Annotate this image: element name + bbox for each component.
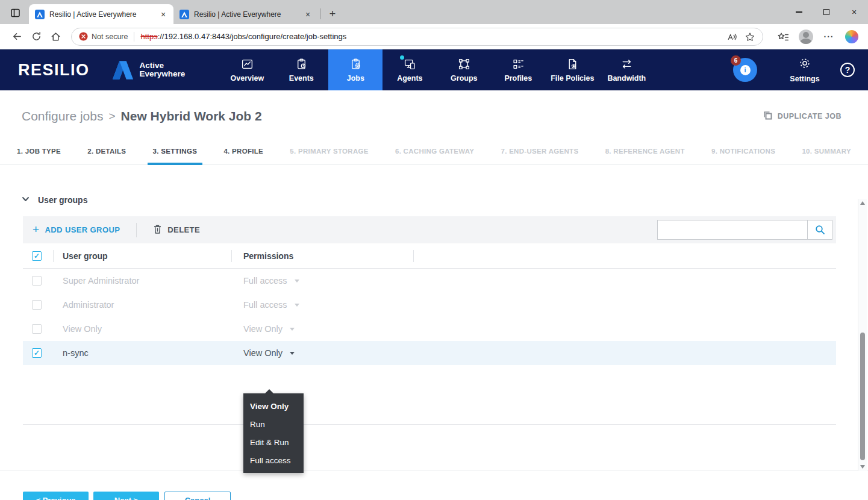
step-6-caching-gateway: 6. CACHING GATEWAY	[395, 148, 474, 164]
table-row-administrator[interactable]: AdministratorFull access	[23, 293, 836, 317]
nav-item-file-policies[interactable]: File Policies	[545, 49, 599, 90]
home-icon[interactable]	[46, 27, 65, 46]
search-button[interactable]	[807, 220, 832, 240]
close-window-button[interactable]: ×	[840, 0, 868, 24]
plus-icon: +	[33, 223, 40, 236]
caret-down-icon	[295, 280, 299, 283]
cancel-button[interactable]: Cancel	[164, 492, 231, 500]
caret-down-icon	[290, 328, 295, 331]
menu-option-edit-run[interactable]: Edit & Run	[243, 433, 304, 451]
permissions-dropdown-menu: View OnlyRunEdit & RunFull access	[243, 393, 304, 473]
main-nav: OverviewEventsJobsAgentsGroupsProfilesFi…	[220, 49, 654, 90]
caret-down-icon	[290, 352, 295, 355]
page: Configure jobs > New Hybrid Work Job 2 D…	[0, 90, 868, 500]
permission-dropdown: Full access	[243, 300, 299, 310]
read-aloud-icon[interactable]	[724, 29, 740, 45]
user-groups-section-header[interactable]: User groups	[22, 194, 868, 206]
step-4-profile[interactable]: 4. PROFILE	[223, 148, 263, 164]
table-row-view-only[interactable]: View OnlyView Only	[23, 317, 836, 341]
active-everywhere-logo: Active Everywhere	[111, 60, 186, 80]
page-title: New Hybrid Work Job 2	[121, 109, 262, 123]
not-secure-label: Not secure	[92, 33, 128, 41]
nav-item-events[interactable]: Events	[274, 49, 328, 90]
nav-item-agents[interactable]: Agents	[382, 49, 437, 90]
nav-item-jobs[interactable]: Jobs	[328, 49, 382, 90]
resilio-logo: RESILIO	[18, 61, 90, 80]
previous-button[interactable]: < Previous	[23, 492, 89, 500]
step-9-notifications: 9. NOTIFICATIONS	[711, 148, 775, 164]
permission-dropdown[interactable]: View Only	[243, 348, 295, 358]
maximize-icon	[823, 9, 829, 15]
nav-item-profiles[interactable]: Profiles	[491, 49, 545, 90]
scroll-down-arrow[interactable]	[860, 465, 865, 469]
window-controls: ×	[785, 0, 868, 24]
scroll-up-arrow[interactable]	[860, 201, 865, 205]
menu-option-view-only[interactable]: View Only	[243, 397, 304, 415]
select-all-checkbox[interactable]: ✓	[32, 251, 42, 261]
info-icon: i	[740, 65, 751, 75]
tab-close-icon[interactable]: ×	[158, 9, 169, 20]
nav-item-overview[interactable]: Overview	[220, 49, 274, 90]
refresh-icon[interactable]	[27, 27, 46, 46]
step-7-end-user-agents: 7. END-USER AGENTS	[501, 148, 578, 164]
trash-icon	[153, 224, 162, 236]
row-checkbox[interactable]	[32, 300, 42, 310]
permission-dropdown: View Only	[243, 324, 295, 334]
avatar	[799, 30, 813, 44]
breadcrumb-configure-jobs[interactable]: Configure jobs	[22, 109, 103, 123]
delete-button[interactable]: DELETE	[153, 224, 200, 236]
column-separator	[53, 250, 54, 262]
back-icon[interactable]	[7, 27, 27, 46]
browser-window: Resilio | Active Everywhere × Resilio | …	[0, 0, 868, 500]
search-input[interactable]	[657, 220, 807, 240]
row-checkbox[interactable]: ✓	[32, 348, 42, 358]
agents-icon	[403, 58, 416, 71]
breadcrumb-separator: >	[108, 110, 115, 123]
menu-option-run[interactable]: Run	[243, 415, 304, 433]
row-checkbox[interactable]	[32, 276, 42, 286]
copilot-icon[interactable]	[843, 28, 861, 46]
add-user-group-button[interactable]: + ADD USER GROUP	[33, 224, 120, 236]
column-separator	[413, 250, 414, 262]
table-toolbar: + ADD USER GROUP DELETE	[23, 216, 836, 243]
next-button[interactable]: Next >	[93, 492, 159, 500]
maximize-button[interactable]	[813, 0, 840, 24]
new-tab-button[interactable]: +	[325, 6, 340, 22]
resilio-favicon	[180, 10, 189, 19]
tab-close-icon[interactable]: ×	[302, 9, 313, 20]
nav-item-groups[interactable]: Groups	[437, 49, 491, 90]
collections-icon[interactable]	[774, 28, 792, 46]
nav-item-bandwidth[interactable]: Bandwidth	[599, 49, 654, 90]
vertical-scrollbar[interactable]	[858, 199, 867, 471]
resilio-favicon	[35, 10, 45, 19]
column-header-user-group: User group	[53, 251, 231, 261]
row-checkbox[interactable]	[32, 324, 42, 334]
notifications-button[interactable]: 6 i	[733, 58, 757, 82]
not-secure-badge[interactable]: Not secure	[79, 32, 128, 41]
table-row-super-administrator[interactable]: Super AdministratorFull access	[23, 269, 836, 293]
browser-tab-2[interactable]: Resilio | Active Everywhere ×	[173, 4, 318, 24]
wizard-steps: 1. JOB TYPE2. DETAILS3. SETTINGS4. PROFI…	[0, 139, 868, 165]
profile-avatar[interactable]	[797, 28, 815, 46]
table-row-n-sync[interactable]: ✓n-syncView Only	[23, 341, 836, 365]
scroll-thumb[interactable]	[860, 333, 865, 460]
help-icon[interactable]: ?	[840, 63, 855, 77]
product-name: Active Everywhere	[140, 61, 186, 78]
menu-option-full-access[interactable]: Full access	[243, 451, 304, 469]
jobs-icon	[349, 58, 362, 71]
search-icon	[815, 225, 825, 235]
browser-tab-1[interactable]: Resilio | Active Everywhere ×	[29, 4, 173, 24]
step-3-settings[interactable]: 3. SETTINGS	[153, 148, 198, 164]
section-title: User groups	[38, 195, 87, 205]
nav-item-settings[interactable]: Settings	[782, 49, 827, 90]
step-2-details[interactable]: 2. DETAILS	[87, 148, 126, 164]
duplicate-job-button[interactable]: DUPLICATE JOB	[763, 111, 841, 122]
not-secure-icon	[79, 32, 88, 41]
step-1-job-type[interactable]: 1. JOB TYPE	[17, 148, 61, 164]
address-bar[interactable]: Not secure https://192.168.0.47:8443/job…	[71, 28, 763, 46]
favorite-star-icon[interactable]	[742, 29, 758, 45]
tab-activity-icon[interactable]	[6, 4, 24, 22]
minimize-button[interactable]	[785, 0, 813, 24]
more-menu-icon[interactable]: ···	[820, 28, 838, 46]
active-everywhere-mark-icon	[111, 60, 134, 80]
